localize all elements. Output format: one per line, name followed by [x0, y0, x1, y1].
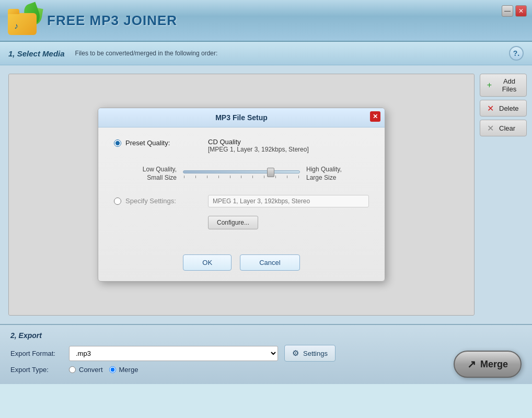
- preset-quality-row: Preset Quality: CD Quality [MPEG 1, Laye…: [114, 138, 369, 153]
- section1-description: Files to be converted/merged in the foll…: [75, 50, 218, 57]
- export-format-select[interactable]: .mp3: [69, 346, 278, 361]
- export-section: 2, Export Export Format: .mp3 ⚙ Settings…: [0, 324, 532, 384]
- slider-label-right: High Quality,Large Size: [306, 166, 358, 182]
- clear-icon: ✕: [485, 123, 495, 133]
- preset-quality-radio[interactable]: [114, 140, 121, 147]
- configure-button[interactable]: Configure...: [208, 216, 258, 229]
- export-type-label: Export Type:: [10, 366, 63, 374]
- tick: [195, 176, 196, 178]
- preset-name: CD Quality: [208, 138, 309, 146]
- quality-slider-row: Low Quality,Small Size: [114, 166, 369, 182]
- section1-title: 1, Select Media: [8, 49, 65, 58]
- cancel-button[interactable]: Cancel: [240, 254, 299, 271]
- app-logo: ♪: [5, 4, 42, 38]
- file-list-area: MP3 File Setup ✕ Preset Quality: CD Qual…: [8, 74, 475, 316]
- merge-radio[interactable]: [109, 366, 116, 373]
- modal-title-bar: MP3 File Setup ✕: [98, 108, 385, 127]
- delete-icon: ✕: [485, 103, 495, 113]
- clear-button[interactable]: ✕ Clear: [480, 120, 527, 136]
- tick: [264, 176, 264, 178]
- modal-overlay: MP3 File Setup ✕ Preset Quality: CD Qual…: [9, 74, 474, 315]
- merge-button[interactable]: ↗ Merge: [454, 351, 522, 378]
- mp3-setup-dialog: MP3 File Setup ✕ Preset Quality: CD Qual…: [98, 108, 385, 281]
- specify-settings-row: Specify Settings:: [114, 195, 369, 207]
- add-files-label: Add Files: [498, 77, 521, 93]
- export-format-row: Export Format: .mp3 ⚙ Settings: [10, 345, 522, 362]
- convert-radio[interactable]: [69, 366, 76, 373]
- settings-label: Settings: [303, 350, 328, 357]
- tick: [207, 176, 207, 178]
- ok-button[interactable]: OK: [183, 254, 232, 271]
- close-button[interactable]: ✕: [515, 5, 527, 17]
- window-controls: — ✕: [502, 5, 527, 17]
- tick: [287, 176, 287, 178]
- gear-icon: ⚙: [292, 349, 299, 358]
- settings-button[interactable]: ⚙ Settings: [284, 345, 336, 362]
- tick: [230, 176, 230, 178]
- title-bar: ♪ FREE MP3 JOINER — ✕: [0, 0, 532, 42]
- merge-button-label: Merge: [480, 359, 508, 370]
- specify-settings-label-group: Specify Settings:: [114, 197, 198, 205]
- quality-slider-container[interactable]: [177, 170, 306, 178]
- slider-thumb[interactable]: [267, 168, 274, 177]
- preset-info: CD Quality [MPEG 1, Layer 3, 192kbps, St…: [208, 138, 309, 153]
- specify-settings-label: Specify Settings:: [125, 197, 176, 205]
- delete-label: Delete: [499, 104, 519, 112]
- specify-settings-radio[interactable]: [114, 198, 121, 205]
- merge-label: Merge: [119, 366, 138, 374]
- merge-button-container: ↗ Merge: [454, 351, 522, 378]
- tick: [252, 176, 253, 178]
- logo-note: ♪: [14, 21, 18, 31]
- modal-title: MP3 File Setup: [215, 113, 268, 122]
- tick: [218, 176, 219, 178]
- tick: [298, 176, 299, 178]
- app-title: FREE MP3 JOINER: [47, 13, 177, 29]
- slider-ticks: [183, 176, 300, 178]
- export-title: 2, Export: [10, 331, 522, 340]
- merge-icon: ↗: [467, 358, 476, 370]
- export-type-row: Export Type: Convert Merge: [10, 366, 522, 374]
- delete-button[interactable]: ✕ Delete: [480, 100, 527, 117]
- tick: [184, 176, 184, 178]
- preset-detail: [MPEG 1, Layer 3, 192kbps, Stereo]: [208, 146, 309, 153]
- preset-quality-label-group: Preset Quality:: [114, 138, 198, 147]
- merge-option[interactable]: Merge: [109, 366, 138, 374]
- minimize-button[interactable]: —: [502, 5, 513, 17]
- add-icon: +: [485, 80, 493, 90]
- tick: [275, 176, 276, 178]
- add-files-button[interactable]: + Add Files: [480, 74, 527, 97]
- modal-footer: OK Cancel: [98, 248, 385, 281]
- modal-body: Preset Quality: CD Quality [MPEG 1, Laye…: [98, 127, 385, 248]
- preset-quality-label: Preset Quality:: [125, 139, 170, 147]
- clear-label: Clear: [499, 124, 515, 132]
- modal-close-button[interactable]: ✕: [370, 111, 380, 122]
- slider-label-left: Low Quality,Small Size: [124, 166, 177, 182]
- tick: [241, 176, 241, 178]
- specify-settings-input[interactable]: [208, 195, 369, 207]
- export-format-label: Export Format:: [10, 350, 63, 357]
- help-button[interactable]: ?.: [509, 46, 524, 61]
- section1-header: 1, Select Media Files to be converted/me…: [0, 42, 532, 65]
- convert-label: Convert: [79, 366, 103, 374]
- main-area: MP3 File Setup ✕ Preset Quality: CD Qual…: [0, 65, 532, 324]
- slider-track: [183, 170, 300, 173]
- sidebar-buttons: + Add Files ✕ Delete ✕ Clear: [475, 65, 532, 324]
- convert-option[interactable]: Convert: [69, 366, 103, 374]
